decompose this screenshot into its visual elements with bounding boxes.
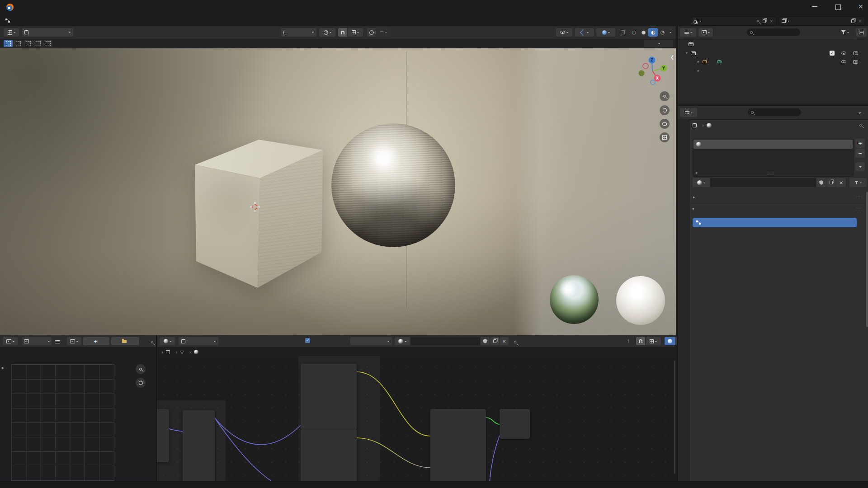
unlink-material-button[interactable]: ×	[500, 337, 509, 345]
filter-dropdown[interactable]	[837, 28, 853, 37]
material-datablock-dropdown[interactable]	[395, 337, 410, 345]
fake-user-button[interactable]	[481, 337, 490, 345]
options-dropdown[interactable]	[859, 113, 861, 115]
zoom-button[interactable]	[660, 91, 670, 101]
zoom-button[interactable]	[136, 364, 146, 374]
camera-view-button[interactable]	[660, 119, 670, 129]
snap-target-dropdown[interactable]	[646, 337, 661, 345]
outliner-item-cube[interactable]: ▸	[678, 66, 868, 75]
show-overlays-toggle[interactable]	[596, 28, 615, 37]
slot-specials-dropdown[interactable]	[855, 162, 865, 171]
outliner-search-input[interactable]	[747, 28, 800, 36]
editor-type-button[interactable]	[680, 108, 697, 117]
transform-orientation-dropdown[interactable]	[281, 28, 316, 37]
drag-grip[interactable]: ::::	[856, 195, 863, 199]
material-name-field[interactable]	[710, 178, 816, 187]
sidebar-collapse-arrow[interactable]: ❮	[670, 55, 674, 60]
pin-icon[interactable]	[757, 20, 759, 22]
material-specials-dropdown[interactable]	[849, 178, 867, 187]
editor-type-button[interactable]	[3, 337, 18, 345]
new-material-button[interactable]	[490, 337, 499, 345]
shading-rendered-button[interactable]: ◔	[658, 28, 667, 37]
snap-target-dropdown[interactable]	[348, 28, 363, 37]
new-scene-icon[interactable]	[763, 19, 766, 23]
pin-icon[interactable]	[859, 124, 862, 127]
pivot-point-button[interactable]	[319, 28, 335, 37]
proportional-falloff-dropdown[interactable]	[377, 28, 390, 37]
navigation-gizmo[interactable]: Z Y X	[638, 56, 667, 85]
show-overlays-toggle[interactable]	[665, 337, 675, 345]
display-mode-dropdown[interactable]	[680, 28, 696, 37]
use-nodes-checkbox[interactable]: ✓	[305, 338, 313, 343]
filter-type-dropdown[interactable]	[698, 28, 713, 37]
mode-dropdown[interactable]	[22, 28, 73, 37]
shading-solid-button[interactable]: ●	[639, 28, 648, 37]
select-tool-0[interactable]	[4, 40, 13, 47]
node-material-output[interactable]	[500, 409, 530, 439]
disclosure-closed-icon[interactable]: ▸	[698, 69, 699, 73]
node-mapping[interactable]	[183, 410, 215, 481]
view-layer-selector[interactable]: ×	[778, 16, 865, 26]
node-image-texture-base-color[interactable]	[301, 364, 357, 430]
viewport-canvas[interactable]: Z Y X ❮	[0, 48, 676, 335]
shading-wireframe-button[interactable]: ○	[629, 28, 639, 37]
maximize-button[interactable]	[835, 5, 841, 10]
image-editor-canvas[interactable]: ▸	[0, 347, 157, 481]
panel-surface[interactable]: ▾ ::::	[691, 205, 867, 213]
remove-slot-button[interactable]: −	[855, 149, 865, 158]
disclosure-open-icon[interactable]: ▾	[686, 51, 688, 55]
scene-selector[interactable]: ×	[691, 16, 777, 26]
fake-user-button[interactable]	[816, 178, 826, 187]
browse-material-dropdown[interactable]	[693, 178, 710, 187]
unlink-scene-icon[interactable]: ×	[769, 18, 774, 24]
new-image-button[interactable]: +	[83, 337, 109, 345]
unlink-material-button[interactable]: ×	[836, 178, 846, 187]
show-gizmo-toggle[interactable]	[575, 28, 594, 37]
panel-preview[interactable]: ▸ ::::	[691, 193, 867, 201]
outliner-collection[interactable]: ▾✓	[678, 49, 868, 57]
node-image-texture-metallic[interactable]	[301, 430, 357, 481]
select-tool-1[interactable]	[14, 40, 23, 47]
pan-button[interactable]	[660, 105, 670, 115]
shader-node-canvas[interactable]: › › ▽ ›	[157, 347, 676, 481]
new-collection-button[interactable]	[856, 28, 867, 37]
outliner-item-camera[interactable]: ▸	[678, 57, 868, 66]
minimize-button[interactable]: —	[812, 3, 818, 9]
xray-toggle[interactable]	[618, 28, 627, 37]
outliner-scene-collection[interactable]	[678, 40, 868, 48]
slot-dropdown[interactable]	[350, 337, 392, 345]
sphere-object[interactable]	[331, 123, 455, 247]
shading-dropdown[interactable]	[667, 28, 674, 37]
pin-icon[interactable]	[151, 341, 153, 343]
matcap-preview-ball[interactable]	[616, 276, 665, 325]
parent-node-tree-button[interactable]: ↑	[623, 337, 633, 345]
menus-collapsed-icon[interactable]	[55, 340, 60, 344]
resize-grip[interactable]: ::::	[768, 172, 774, 176]
editor-type-button[interactable]	[160, 337, 175, 345]
material-slot-item[interactable]	[693, 140, 853, 149]
image-datablock-dropdown[interactable]	[67, 337, 81, 345]
new-view-layer-icon[interactable]	[851, 19, 854, 23]
select-tool-3[interactable]	[33, 40, 42, 47]
disable-render-icon[interactable]	[853, 60, 858, 64]
use-nodes-button[interactable]	[693, 218, 857, 227]
panel-expand-arrow[interactable]: ▸	[2, 365, 4, 370]
remove-view-layer-icon[interactable]: ×	[858, 18, 862, 24]
snap-toggle[interactable]	[338, 28, 347, 37]
hide-eye-icon[interactable]	[841, 60, 846, 63]
close-button[interactable]: ×	[858, 3, 863, 10]
properties-search-input[interactable]	[748, 108, 801, 116]
image-view-menu[interactable]	[22, 337, 52, 345]
add-slot-button[interactable]: +	[855, 139, 865, 148]
expand-arrow[interactable]: ▸	[696, 170, 698, 175]
new-material-button[interactable]	[826, 178, 836, 187]
pin-icon[interactable]	[514, 341, 516, 343]
pan-button[interactable]	[136, 378, 146, 388]
visibility-dropdown[interactable]	[556, 28, 572, 37]
shading-material-button[interactable]: ◐	[648, 28, 658, 37]
editor-type-button[interactable]	[4, 28, 19, 37]
collection-checkbox[interactable]: ✓	[830, 51, 835, 56]
open-image-button[interactable]	[111, 337, 139, 345]
options-button[interactable]	[644, 40, 673, 47]
shader-type-dropdown[interactable]	[179, 337, 218, 345]
